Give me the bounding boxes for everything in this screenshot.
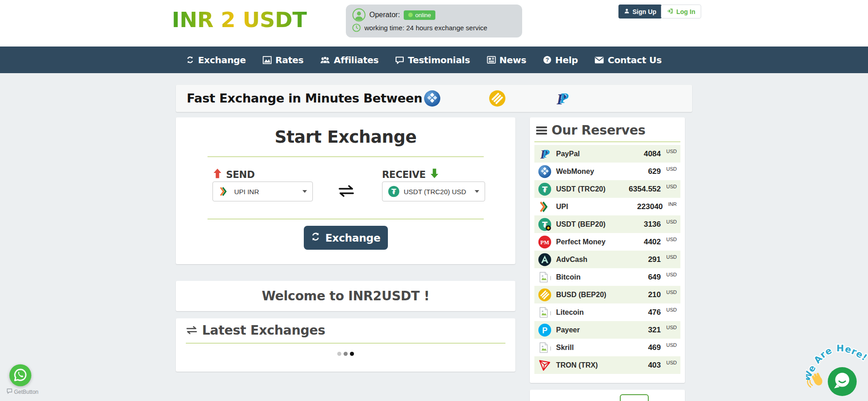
- site-logo[interactable]: INR 2 USDT: [172, 7, 307, 32]
- reserve-name: USDT (BEP20): [556, 220, 639, 228]
- question-icon: ?: [543, 56, 552, 64]
- reserve-name: Perfect Money: [556, 238, 639, 246]
- clock-icon: [352, 23, 361, 32]
- reserve-name: UPI: [556, 203, 632, 211]
- online-status-text: online: [415, 12, 431, 19]
- chat-bubble-icon: [6, 388, 13, 396]
- nav-item-testimonials[interactable]: Testimonials: [395, 55, 470, 65]
- reserve-amount: 6354.552: [629, 185, 661, 194]
- receive-label: RECEIVE: [382, 168, 439, 181]
- send-currency-select[interactable]: UPI INR: [212, 182, 313, 201]
- reserve-row: WebMoney 629 USD: [534, 163, 680, 180]
- paypal-icon: PP: [538, 147, 552, 161]
- working-time-text: working time: 24 hours exchange service: [364, 24, 487, 32]
- operator-status-box: Operator: online working time: 24 hours …: [346, 5, 522, 37]
- online-dot-icon: [408, 13, 413, 17]
- carousel-dot-3[interactable]: [350, 352, 354, 356]
- svg-text:?: ?: [546, 57, 549, 63]
- online-status-badge: online: [404, 10, 436, 20]
- reserve-currency: USD: [666, 166, 677, 172]
- nav-item-help[interactable]: ? Help: [543, 55, 578, 65]
- reserve-currency: USD: [666, 360, 677, 365]
- reserves-list: PP PayPal 4084 USD WebMoney 629 USD ₮ US…: [534, 145, 680, 374]
- exchange-button-label: Exchange: [325, 232, 380, 244]
- webmoney-icon: [424, 90, 441, 107]
- reserve-amount: 629: [648, 167, 660, 176]
- reserve-currency: USD: [666, 219, 677, 224]
- partial-green-button[interactable]: [620, 394, 649, 401]
- reserve-amount: 469: [648, 343, 660, 352]
- log-in-button[interactable]: Log In: [661, 5, 701, 19]
- reserve-currency: USD: [666, 272, 677, 277]
- swap-icon: [186, 323, 198, 338]
- reserve-row: Skrill 469 USD: [534, 339, 680, 356]
- nav-label: Rates: [275, 55, 303, 65]
- swap-directions-icon[interactable]: [338, 185, 355, 199]
- nav-item-affiliates[interactable]: Affiliates: [320, 55, 378, 65]
- reserve-amount: 476: [648, 308, 660, 317]
- broken-image-icon: [538, 341, 552, 354]
- whatsapp-icon: [8, 363, 33, 387]
- nav-item-news[interactable]: News: [487, 55, 526, 65]
- reserve-row: PP PayPal 4084 USD: [534, 145, 680, 163]
- reserve-amount: 3136: [644, 220, 661, 229]
- usdt-icon: ₮: [388, 186, 400, 197]
- divider: [208, 219, 484, 219]
- chat-widget-button[interactable]: We Are Here!: [806, 339, 868, 401]
- upi-icon: [538, 200, 552, 214]
- upi-icon: [218, 186, 230, 197]
- reserve-name: Payeer: [556, 326, 643, 334]
- sign-up-button[interactable]: Sign Up: [618, 5, 662, 19]
- welcome-card: Welcome to INR2USDT !: [176, 281, 515, 311]
- receive-currency-select[interactable]: ₮ USDT (TRC20) USD: [382, 182, 485, 201]
- whatsapp-button[interactable]: [8, 363, 33, 387]
- reserve-row: ₮ USDT (TRC20) 6354.552 USD: [534, 180, 680, 198]
- chart-icon: [263, 56, 272, 64]
- reserve-currency: USD: [666, 307, 677, 312]
- partial-bottom-card: [530, 390, 685, 401]
- chevron-down-icon: [302, 190, 307, 193]
- refresh-icon: [311, 232, 321, 244]
- perfect-money-icon: PM: [538, 235, 552, 249]
- carousel-dot-2[interactable]: [344, 352, 348, 356]
- reserve-currency: INR: [668, 201, 677, 207]
- comment-icon: [395, 56, 404, 64]
- reserve-name: TRON (TRX): [556, 361, 643, 369]
- reserve-row: UPI 223040 INR: [534, 198, 680, 215]
- broken-image-icon: [538, 306, 552, 319]
- tron-icon: [538, 359, 552, 372]
- reserve-row: P Payeer 321 USD: [534, 321, 680, 339]
- carousel-dot-1[interactable]: [337, 352, 341, 356]
- reserve-currency: USD: [666, 289, 677, 295]
- paypal-icon: PP: [554, 90, 571, 107]
- operator-label: Operator:: [369, 11, 400, 19]
- header: INR 2 USDT Operator: online working time…: [0, 0, 868, 47]
- chat-bubble-icon: [828, 367, 857, 396]
- enter-icon: [667, 8, 674, 16]
- send-selected-value: UPI INR: [234, 188, 259, 196]
- nav-label: Affiliates: [334, 55, 378, 65]
- reserves-title: Our Reserves: [534, 123, 680, 138]
- nav-item-rates[interactable]: Rates: [263, 55, 303, 65]
- exchange-submit-button[interactable]: Exchange: [304, 226, 388, 250]
- svg-text:PM: PM: [540, 239, 549, 245]
- nav-label: Contact Us: [608, 55, 661, 65]
- reserve-amount: 210: [648, 290, 660, 299]
- reserve-row: AdvCash 291 USD: [534, 251, 680, 268]
- reserve-amount: 321: [648, 326, 660, 335]
- nav-item-contact[interactable]: Contact Us: [594, 55, 661, 65]
- getbutton-branding[interactable]: GetButton: [6, 388, 38, 396]
- reserve-row: TRON (TRX) 403 USD: [534, 356, 680, 374]
- reserve-row: ₮ USDT (BEP20) 3136 USD: [534, 215, 680, 233]
- reserve-row: Litecoin 476 USD: [534, 303, 680, 321]
- nav-item-exchange[interactable]: Exchange: [186, 55, 246, 65]
- page: INR 2 USDT Operator: online working time…: [0, 0, 868, 401]
- reserve-amount: 4402: [644, 238, 661, 247]
- carousel-dots: [176, 352, 515, 356]
- reserve-name: PayPal: [556, 150, 639, 158]
- latest-exchanges-title: Latest Exchanges: [186, 323, 325, 338]
- webmoney-icon: [538, 165, 552, 178]
- getbutton-label: GetButton: [14, 389, 38, 395]
- reserve-amount: 291: [648, 255, 660, 264]
- reserves-sidebar: Our Reserves PP PayPal 4084 USD WebMoney…: [530, 117, 685, 383]
